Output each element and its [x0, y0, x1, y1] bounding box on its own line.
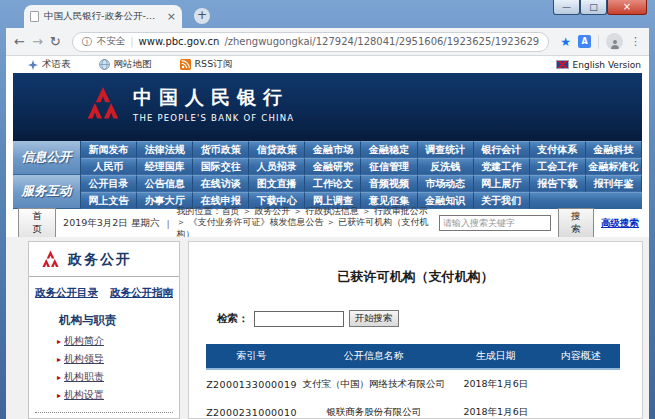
nav-item[interactable]: 关于我们 [474, 192, 530, 209]
nav-item[interactable]: 新闻发布 [81, 141, 137, 158]
browser-frame: ← → ↻ ⓘ 不安全 | www.pbc.gov.cn /zhengwugon… [6, 28, 649, 419]
nav-item[interactable]: 金融标准化 [586, 158, 642, 175]
uk-flag-icon [556, 60, 569, 69]
bank-name-en: THE PEOPLE'S BANK OF CHINA [133, 113, 294, 123]
sidebar-link-catalog[interactable]: 政务公开目录 [35, 286, 98, 300]
nav-item[interactable]: 图文直播 [249, 175, 305, 192]
sitemap-link[interactable]: 网站地图 [99, 58, 152, 71]
start-search-button[interactable]: 开始搜索 [349, 310, 399, 327]
nav-item[interactable]: 工会工作 [530, 158, 586, 175]
nav-item[interactable]: 金融科技 [586, 141, 642, 158]
results-table: 索引号 公开信息名称 生成日期 内容概述 Z2000133000019 支付宝（… [206, 344, 620, 419]
nav-item[interactable]: 经理国库 [137, 158, 193, 175]
profile-avatar[interactable] [606, 33, 623, 50]
nav-filler [530, 192, 642, 209]
forward-icon[interactable]: → [32, 35, 43, 48]
glossary-link[interactable]: 术语表 [28, 58, 71, 71]
nav-item[interactable]: 信贷政策 [249, 141, 305, 158]
nav-item[interactable]: 人员招录 [249, 158, 305, 175]
nav-item[interactable]: 银行会计 [474, 141, 530, 158]
pbc-logo-small-icon [41, 250, 60, 269]
sidebar-item-jigou-lingdao[interactable]: ▸ 机构领导 [29, 350, 179, 368]
bank-name-cn: 中国人民银行 [133, 85, 294, 111]
nav-item[interactable]: 法律法规 [137, 141, 193, 158]
nav-item[interactable]: 党建工作 [474, 158, 530, 175]
close-window-button[interactable]: × [607, 0, 647, 15]
bookmark-star-icon[interactable]: ★ [560, 35, 571, 49]
page-favicon-icon [30, 11, 39, 22]
nav-item[interactable]: 征信管理 [361, 158, 417, 175]
nav-item[interactable]: 公开目录 [81, 175, 137, 192]
cell-name[interactable]: 银联商务股份有限公司 [297, 406, 450, 419]
table-header-row: 索引号 公开信息名称 生成日期 内容概述 [206, 344, 620, 370]
table-row[interactable]: Z2000133000019 支付宝（中国）网络技术有限公司 2018年1月6日 [206, 370, 620, 398]
sidebar-item-jigou-zhize[interactable]: ▸ 机构职责 [29, 368, 179, 386]
table-row[interactable]: Z2000231000010 银联商务股份有限公司 2018年1月6日 [206, 398, 620, 419]
cell-date: 2018年1月6日 [450, 406, 541, 419]
sidebar-item-label: 机构职责 [64, 370, 104, 384]
sidebar-item-jigou-shezhi[interactable]: ▸ 机构设置 [29, 386, 179, 404]
rss-link[interactable]: RSS订阅 [180, 58, 233, 71]
cell-name[interactable]: 支付宝（中国）网络技术有限公司 [297, 378, 450, 391]
translate-icon[interactable]: A [578, 35, 591, 48]
nav-item[interactable]: 金融稳定 [361, 141, 417, 158]
nav-item[interactable]: 网上文告 [81, 192, 137, 209]
security-label: 不安全 [97, 35, 126, 48]
nav-item[interactable]: 调查统计 [418, 141, 474, 158]
nav-item[interactable]: 公告信息 [137, 175, 193, 192]
advanced-search-link[interactable]: 高级搜索 [601, 217, 639, 230]
nav-item[interactable]: 国际交往 [193, 158, 249, 175]
browser-menu-icon[interactable]: ⋮ [630, 35, 641, 48]
col-index-number: 索引号 [206, 349, 297, 363]
nav-item[interactable]: 音频视频 [361, 175, 417, 192]
retrieve-label: 检索： [217, 312, 249, 326]
pbc-logo-icon [85, 86, 121, 122]
nav-item[interactable]: 报刊年鉴 [586, 175, 642, 192]
browser-toolbar: ← → ↻ ⓘ 不安全 | www.pbc.gov.cn /zhengwugon… [6, 28, 649, 56]
maximize-button[interactable]: □ [580, 0, 607, 15]
nav-section-xinxigongkai[interactable]: 信息公开 [13, 141, 81, 175]
site-search-button[interactable]: 搜索 [558, 208, 594, 238]
window-controls: — □ × [553, 0, 647, 15]
url-path: /zhengwugongkai/127924/128041/2951606/19… [224, 36, 539, 47]
sidebar-title: 政务公开 [68, 251, 132, 269]
sidebar-top-links: 政务公开目录 政务公开指南 [29, 277, 179, 306]
retrieve-row: 检索： 开始搜索 [217, 310, 642, 327]
nav-item[interactable]: 人民币 [81, 158, 137, 175]
bullet-icon: ▸ [57, 373, 61, 382]
sidebar-link-guide[interactable]: 政务公开指南 [110, 286, 173, 300]
nav-item[interactable]: 反洗钱 [418, 158, 474, 175]
tab-close-icon[interactable]: × [167, 10, 176, 23]
nav-item[interactable]: 在线访谈 [193, 175, 249, 192]
back-icon[interactable]: ← [14, 35, 25, 48]
retrieve-input[interactable] [254, 311, 344, 327]
nav-item[interactable]: 报告下载 [530, 175, 586, 192]
crumb-divider: | [166, 218, 169, 229]
breadcrumb: 我的位置：首页 ＞ 政务公开 ＞ 行政执法信息 ＞ 行政审批公示 ＞ 《支付业务… [177, 206, 432, 240]
nav-item[interactable]: 货币政策 [193, 141, 249, 158]
english-version-link[interactable]: English Version [556, 60, 641, 70]
info-icon[interactable]: ⓘ [82, 35, 92, 49]
new-tab-button[interactable]: + [194, 8, 210, 24]
person-icon [609, 38, 621, 50]
home-button[interactable]: 首页 [18, 208, 56, 238]
nav-section-fuwuhudong[interactable]: 服务互动 [13, 175, 81, 209]
nav-item[interactable]: 金融市场 [305, 141, 361, 158]
browser-tab[interactable]: 中国人民银行-政务公开-行政执法 × [24, 5, 182, 28]
nav-item[interactable]: 工作论文 [305, 175, 361, 192]
nav-item[interactable]: 网上展厅 [474, 175, 530, 192]
nav-item[interactable]: 市场动态 [418, 175, 474, 192]
minimize-button[interactable]: — [553, 0, 580, 15]
reload-icon[interactable]: ↻ [50, 35, 61, 48]
cell-index: Z2000231000010 [206, 407, 297, 418]
site-search-input[interactable] [439, 215, 551, 231]
url-domain: www.pbc.gov.cn [139, 36, 220, 47]
window-titlebar: 中国人民银行-政务公开-行政执法 × + — □ × [0, 0, 655, 28]
nav-item[interactable]: 金融研究 [305, 158, 361, 175]
site-masthead: 中国人民银行 THE PEOPLE'S BANK OF CHINA [13, 73, 642, 135]
sidebar-item-jigou-jianjie[interactable]: ▸ 机构简介 [29, 332, 179, 350]
col-info-name: 公开信息名称 [297, 349, 450, 363]
sidebar-item-label: 机构领导 [64, 352, 104, 366]
nav-item[interactable]: 支付体系 [530, 141, 586, 158]
address-bar[interactable]: ⓘ 不安全 | www.pbc.gov.cn /zhengwugongkai/1… [72, 32, 550, 52]
